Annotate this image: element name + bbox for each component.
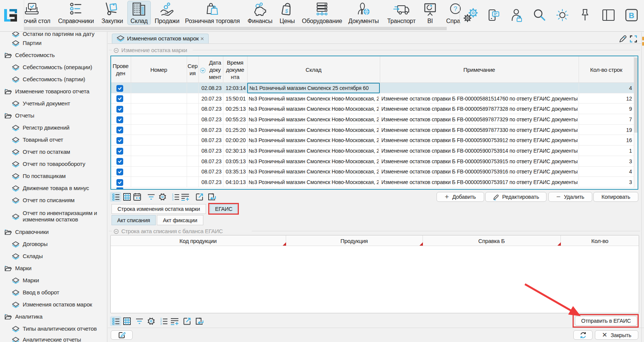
svg-text:3: 3	[160, 322, 162, 325]
svg-text:$: $	[285, 8, 289, 14]
svg-text:3: 3	[172, 198, 173, 201]
svg-text:?: ?	[454, 5, 457, 12]
svg-text:B: B	[629, 11, 634, 20]
